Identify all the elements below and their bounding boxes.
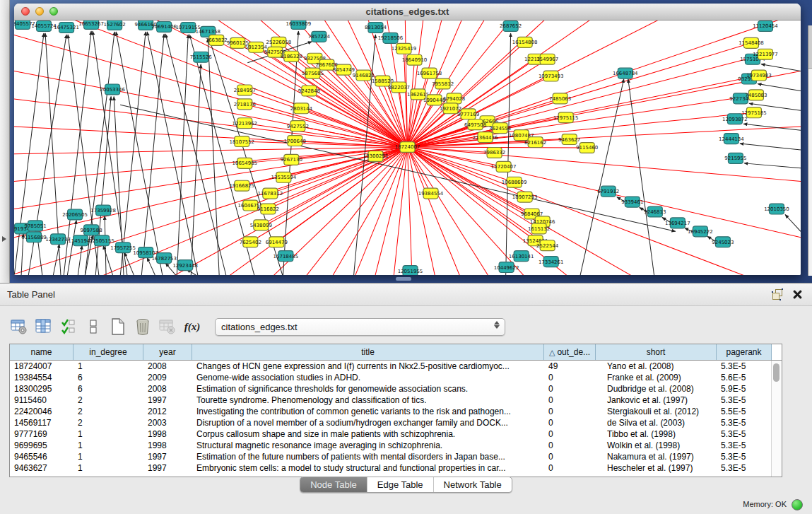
table-row[interactable]: 946362711997Embryonic stem cells: a mode… bbox=[10, 462, 772, 474]
graph-node[interactable]: 7857224 bbox=[308, 31, 331, 42]
graph-node[interactable]: 9777169 bbox=[457, 109, 479, 119]
graph-node[interactable]: 7955812 bbox=[432, 78, 454, 89]
graph-node[interactable]: 17957255 bbox=[110, 243, 136, 253]
graph-node[interactable]: 10973493 bbox=[539, 71, 564, 81]
graph-node[interactable]: 6216162 bbox=[524, 137, 546, 148]
column-header-name[interactable]: name bbox=[10, 344, 73, 360]
graph-node[interactable]: 1527602 bbox=[104, 21, 126, 30]
citation-network-graph[interactable]: 1840557714055724164753211065326715276029… bbox=[14, 21, 801, 275]
graph-node[interactable]: 19384554 bbox=[418, 188, 444, 199]
tab-edge-table[interactable]: Edge Table bbox=[367, 477, 434, 492]
graph-node[interactable]: 8813054 bbox=[365, 22, 387, 33]
graph-node[interactable]: 6914479 bbox=[266, 237, 288, 247]
zoom-window-icon[interactable] bbox=[49, 7, 58, 16]
graph-node[interactable]: 19166825 bbox=[229, 180, 254, 191]
graph-node[interactable]: 6497508 bbox=[464, 119, 486, 130]
graph-node[interactable]: 8186328 bbox=[281, 51, 302, 62]
network-canvas[interactable]: 1840557714055724164753211065326715276029… bbox=[14, 21, 801, 275]
float-window-icon[interactable] bbox=[772, 288, 783, 300]
minimize-window-icon[interactable] bbox=[35, 7, 44, 16]
graph-node[interactable]: 20206505 bbox=[62, 209, 88, 220]
tab-node-table[interactable]: Node Table bbox=[300, 477, 367, 492]
graph-node[interactable]: 2718176 bbox=[234, 99, 256, 110]
table-row[interactable]: 1938455462009Genome-wide association stu… bbox=[10, 372, 772, 383]
graph-node[interactable]: 9427552 bbox=[287, 121, 309, 132]
graph-node[interactable]: 12010350 bbox=[764, 204, 789, 214]
control-panel-edge[interactable] bbox=[0, 0, 10, 283]
table-row[interactable]: 1830029562008Estimation of significance … bbox=[10, 383, 772, 395]
graph-node[interactable]: 6794028 bbox=[443, 93, 465, 104]
rows-icon[interactable] bbox=[83, 316, 104, 337]
graph-node[interactable]: 8822037 bbox=[388, 82, 410, 93]
graph-node[interactable]: 10653267 bbox=[78, 21, 104, 29]
graph-node[interactable]: 10945222 bbox=[688, 226, 713, 237]
graph-node[interactable]: 11678312 bbox=[258, 188, 283, 199]
panel-splitter-handle[interactable] bbox=[396, 277, 411, 281]
table-row[interactable]: 2242004622012Investigating the contribut… bbox=[10, 406, 772, 417]
close-panel-icon[interactable] bbox=[793, 290, 802, 299]
graph-node[interactable]: 9245023 bbox=[712, 237, 734, 247]
new-table-icon[interactable] bbox=[107, 316, 129, 337]
graph-node[interactable]: 25226058 bbox=[266, 37, 292, 47]
graph-node[interactable]: 11120454 bbox=[753, 21, 778, 31]
graph-node[interactable]: 9339461 bbox=[621, 197, 643, 207]
delete-table-icon[interactable] bbox=[132, 316, 153, 337]
graph-node[interactable]: 15720407 bbox=[491, 161, 517, 172]
table-row[interactable]: 911546021997Tourette syndrome. Phenomeno… bbox=[10, 395, 772, 406]
graph-node[interactable]: 17334261 bbox=[539, 257, 564, 267]
graph-node[interactable]: 9242848 bbox=[298, 86, 320, 96]
graph-node[interactable]: 12444134 bbox=[719, 134, 744, 144]
graph-node[interactable]: 10654985 bbox=[232, 158, 257, 168]
graph-node[interactable]: 7485063 bbox=[549, 93, 571, 104]
graph-node[interactable]: 6791912 bbox=[597, 186, 619, 197]
graph-node[interactable]: 7485083 bbox=[745, 90, 767, 100]
graph-node[interactable]: 12342737 bbox=[45, 234, 71, 245]
graph-node[interactable]: 16033809 bbox=[286, 21, 312, 29]
graph-node[interactable]: 9463627 bbox=[558, 134, 580, 145]
graph-node[interactable]: 19218506 bbox=[378, 33, 404, 43]
function-builder-icon[interactable]: f(x) bbox=[182, 316, 203, 337]
graph-node[interactable]: 13694217 bbox=[665, 218, 690, 228]
column-header-year[interactable]: year bbox=[143, 344, 192, 360]
graph-node[interactable]: 7515526 bbox=[190, 52, 212, 62]
close-window-icon[interactable] bbox=[21, 7, 30, 16]
graph-node[interactable]: 1990448 bbox=[423, 95, 445, 105]
graph-node[interactable]: 12213962 bbox=[232, 118, 257, 129]
table-scrollbar[interactable] bbox=[771, 361, 782, 477]
graph-node[interactable]: 16475321 bbox=[54, 22, 79, 33]
table-row[interactable]: 977716911998Corpus callosum shape and si… bbox=[10, 428, 772, 440]
graph-node[interactable]: 2803144 bbox=[290, 103, 313, 114]
graph-node[interactable]: 17359928 bbox=[90, 205, 116, 216]
graph-node[interactable]: 2522544 bbox=[536, 240, 559, 251]
graph-node[interactable]: 20053346 bbox=[100, 84, 125, 95]
graph-node[interactable]: 7663822 bbox=[206, 35, 228, 45]
column-header-out_de[interactable]: △out_de... bbox=[544, 344, 596, 360]
graph-node[interactable]: 12923448 bbox=[172, 260, 198, 271]
graph-node[interactable]: 15718485 bbox=[273, 251, 299, 262]
tab-network-table[interactable]: Network Table bbox=[434, 477, 512, 492]
column-header-title[interactable]: title bbox=[192, 344, 544, 360]
graph-node[interactable]: 11548408 bbox=[739, 37, 764, 48]
table-row[interactable]: 1872400712008Changes of HCN gene express… bbox=[10, 361, 772, 372]
column-header-short[interactable]: short bbox=[596, 344, 717, 360]
graph-node[interactable]: 12975115 bbox=[553, 112, 579, 123]
graph-node[interactable]: 9246813 bbox=[644, 206, 666, 217]
window-titlebar[interactable]: citations_edges.txt bbox=[14, 4, 801, 21]
table-row[interactable]: 1456911722003Disruption of a novel membe… bbox=[10, 417, 772, 428]
graph-node[interactable]: 1615132 bbox=[528, 223, 550, 234]
memory-status-indicator[interactable] bbox=[792, 499, 803, 510]
table-settings-icon[interactable] bbox=[8, 316, 30, 337]
graph-node[interactable]: 7625402 bbox=[240, 237, 261, 247]
graph-node[interactable]: 9116822 bbox=[257, 204, 279, 214]
delete-column-icon[interactable] bbox=[157, 316, 178, 337]
graph-node[interactable]: 16961758 bbox=[417, 68, 442, 78]
graph-node[interactable]: 7986332 bbox=[483, 148, 505, 158]
graph-node[interactable]: 9097588 bbox=[81, 225, 102, 235]
graph-node[interactable]: 12325419 bbox=[392, 43, 417, 54]
graph-node[interactable]: 5438099 bbox=[250, 220, 272, 230]
expand-panel-icon[interactable] bbox=[2, 236, 6, 242]
graph-node[interactable]: 12051955 bbox=[398, 266, 423, 275]
table-row[interactable]: 946554611997Estimation of the future num… bbox=[10, 451, 772, 462]
graph-node[interactable]: 9115460 bbox=[576, 143, 598, 153]
graph-node[interactable]: 10449622 bbox=[494, 262, 519, 273]
